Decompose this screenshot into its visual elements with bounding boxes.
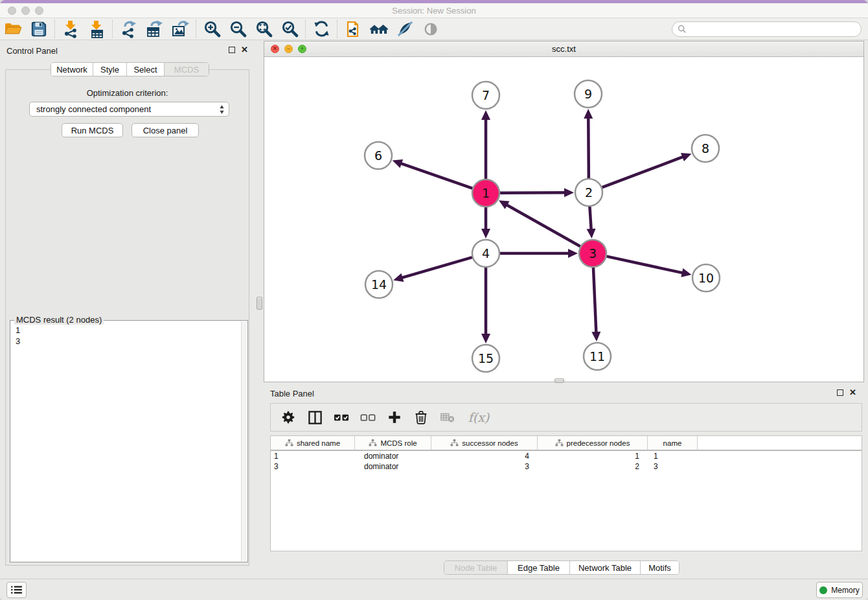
table-row[interactable]: 3 dominator 3 2 3	[271, 461, 862, 472]
toolbar-separator	[112, 20, 113, 38]
float-table-panel-icon[interactable]	[837, 389, 843, 396]
hide-graphics-details-button[interactable]	[392, 19, 418, 39]
zoom-in-icon	[203, 20, 221, 38]
graph-edge-arrowhead	[568, 249, 578, 258]
list-icon	[11, 586, 22, 594]
graph-edge-1-2[interactable]	[500, 192, 565, 193]
float-panel-icon[interactable]	[229, 47, 235, 53]
delete-table-button[interactable]	[438, 408, 457, 426]
search-field[interactable]	[672, 21, 862, 37]
export-network-button[interactable]	[115, 19, 141, 39]
close-table-panel-icon[interactable]: ✕	[849, 389, 856, 396]
tab-style[interactable]: Style	[93, 63, 127, 76]
unchecked-boxes-icon	[360, 410, 376, 426]
tab-edge-table[interactable]: Edge Table	[508, 561, 570, 574]
column-header-name[interactable]: name	[648, 436, 698, 450]
import-network-button[interactable]	[58, 19, 84, 39]
open-session-button[interactable]	[0, 19, 26, 39]
tab-network-table[interactable]: Network Table	[570, 561, 641, 574]
tab-network[interactable]: Network	[51, 63, 93, 76]
zoom-fit-button[interactable]	[251, 19, 277, 39]
result-line: 1	[16, 325, 20, 336]
apply-layout-button[interactable]	[308, 19, 334, 39]
tab-node-table[interactable]: Node Table	[444, 561, 508, 574]
import-network-icon	[62, 20, 80, 38]
graph-edge-arrowhead	[481, 229, 490, 238]
graph-edge-2-3[interactable]	[589, 207, 591, 230]
criterion-select[interactable]: strongly connected component	[29, 102, 229, 117]
horizontal-splitter-grip[interactable]	[554, 378, 564, 383]
clone-network-button[interactable]	[340, 19, 366, 39]
trash-icon	[414, 410, 428, 424]
graph-edge-4-14[interactable]	[402, 257, 472, 278]
mcds-panel-body: Optimization criterion: strongly connect…	[5, 69, 249, 566]
table-row[interactable]: 1 dominator 4 1 1	[271, 451, 862, 461]
run-mcds-button[interactable]: Run MCDS	[62, 123, 123, 137]
graph-edge-3-10[interactable]	[606, 257, 683, 273]
memory-button[interactable]: Memory	[816, 582, 863, 598]
graph-node-label: 3	[589, 246, 597, 260]
import-table-icon	[87, 20, 106, 38]
search-input[interactable]	[689, 23, 861, 36]
close-panel-button[interactable]: Close panel	[131, 123, 199, 137]
memory-status-icon	[819, 586, 827, 594]
delete-column-button[interactable]	[411, 408, 431, 426]
zoom-in-button[interactable]	[199, 19, 225, 39]
graph-edge-arrowhead	[591, 332, 600, 341]
column-header-shared-name[interactable]: shared name	[271, 436, 355, 450]
select-all-columns-button[interactable]	[332, 408, 351, 426]
cell-successor-nodes[interactable]: 4	[431, 452, 538, 461]
cell-mcds-role[interactable]: dominator	[355, 452, 431, 461]
tab-select[interactable]: Select	[127, 63, 165, 76]
cell-name[interactable]: 3	[648, 462, 698, 471]
cell-predecessor-nodes[interactable]: 1	[538, 452, 648, 461]
task-history-button[interactable]	[6, 582, 27, 598]
column-header-mcds-role[interactable]: MCDS role	[355, 436, 431, 450]
zoom-selected-button[interactable]	[277, 19, 303, 39]
app-titlebar: Session: New Session	[0, 3, 868, 18]
vertical-splitter-grip[interactable]	[257, 297, 262, 310]
cell-shared-name[interactable]: 1	[271, 452, 355, 461]
graph-node-label: 6	[374, 148, 382, 163]
graph-node-label: 14	[371, 277, 387, 292]
clone-network-icon	[344, 20, 362, 38]
show-graphics-details-button[interactable]	[418, 19, 444, 39]
deselect-all-columns-button[interactable]	[358, 408, 378, 426]
graph-edge-arrowhead	[393, 159, 403, 168]
graph-edge-2-8[interactable]	[602, 157, 684, 188]
graph-edge-3-1[interactable]	[506, 205, 580, 247]
cell-predecessor-nodes[interactable]: 2	[538, 462, 648, 471]
hierarchy-icon	[555, 439, 564, 446]
graph-edge-2-9[interactable]	[588, 117, 589, 178]
tab-mcds[interactable]: MCDS	[165, 63, 209, 76]
export-image-button[interactable]	[167, 19, 193, 39]
graph-edge-1-6[interactable]	[400, 163, 472, 189]
zoom-out-icon	[229, 20, 247, 38]
create-column-button[interactable]	[385, 408, 404, 426]
cell-mcds-role[interactable]: dominator	[355, 462, 431, 471]
zoom-out-button[interactable]	[225, 19, 251, 39]
cell-successor-nodes[interactable]: 3	[431, 462, 538, 471]
network-canvas[interactable]: 7968124314101511	[264, 57, 863, 382]
table-settings-button[interactable]	[279, 408, 298, 426]
toggle-column-view-button[interactable]	[305, 408, 325, 426]
first-neighbors-button[interactable]	[366, 19, 392, 39]
toolbar-separator	[196, 20, 196, 38]
export-table-button[interactable]	[141, 19, 167, 39]
tab-motifs[interactable]: Motifs	[641, 561, 679, 574]
function-builder-button[interactable]: f(x)	[464, 408, 493, 426]
import-table-button[interactable]	[84, 19, 109, 39]
open-folder-icon	[4, 20, 22, 38]
graph-edge-3-11[interactable]	[593, 268, 596, 333]
save-session-button[interactable]	[26, 19, 52, 39]
result-scrollbar[interactable]	[241, 321, 247, 561]
graph-edge-arrowhead	[584, 109, 593, 119]
close-panel-icon[interactable]: ✕	[241, 47, 248, 53]
column-header-successor-nodes[interactable]: successor nodes	[431, 436, 538, 450]
cell-shared-name[interactable]: 3	[271, 462, 355, 471]
network-graph[interactable]: 7968124314101511	[264, 57, 863, 382]
cell-name[interactable]: 1	[648, 452, 698, 461]
column-header-predecessor-nodes[interactable]: predecessor nodes	[538, 436, 648, 450]
graph-node-label: 4	[482, 246, 490, 260]
graph-node-label: 7	[482, 88, 490, 102]
